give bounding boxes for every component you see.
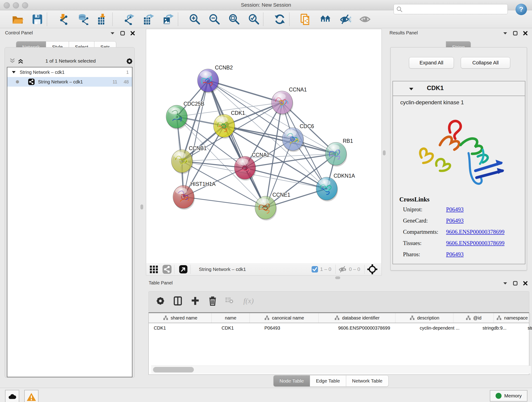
control-panel: Control Panel NetworkStyleSelectSets 1 o… xyxy=(2,29,137,378)
column-header-description[interactable]: description xyxy=(395,313,453,323)
search-input[interactable] xyxy=(404,5,506,13)
column-header--id[interactable]: @id xyxy=(453,313,494,323)
node-table[interactable]: shared name name canonical name database… xyxy=(148,313,529,375)
entry-expander-icon[interactable] xyxy=(409,86,414,92)
trash-icon[interactable] xyxy=(207,296,219,307)
crosslink-row: Uniprot: P06493 xyxy=(403,206,522,213)
crosslink-link[interactable]: P06493 xyxy=(446,251,463,258)
zoom-out-icon[interactable] xyxy=(209,13,220,25)
hidden-eye-slash-icon[interactable] xyxy=(338,265,347,274)
node-details-scroll-area[interactable]: CDK1 cyclin-dependent kinase 1 xyxy=(393,81,525,264)
export-image-icon[interactable] xyxy=(163,13,174,25)
application-window: Session: New Session xyxy=(0,0,532,402)
crosslink-link[interactable]: 9606.ENSP00000378699 xyxy=(446,240,505,246)
protein-node-CDK1: CDK1 xyxy=(214,110,245,139)
collapse-panel-icon[interactable] xyxy=(110,31,115,36)
collapse-panel-icon[interactable] xyxy=(503,31,508,36)
import-database-icon[interactable] xyxy=(77,13,89,25)
network-view-toolbar: String Network – cdk1 1 – 0 0 – 0 xyxy=(146,263,382,275)
documents-share-icon[interactable] xyxy=(300,13,312,25)
zoom-selected-icon[interactable] xyxy=(248,13,259,25)
network-canvas[interactable]: CCNB2 CCNA1 CDC25B CDK1 CDC6 xyxy=(146,29,382,264)
tree-expander-icon[interactable] xyxy=(12,70,16,75)
table-cell[interactable]: stringdb xyxy=(523,323,532,333)
memory-status-dot xyxy=(496,393,501,399)
close-panel-icon[interactable] xyxy=(130,31,135,36)
plus-icon[interactable] xyxy=(190,296,202,307)
network-edges xyxy=(177,80,336,208)
shared-column-icon xyxy=(264,315,270,321)
crosslink-link[interactable]: 9606.ENSP00000378699 xyxy=(446,229,505,235)
houses-icon[interactable] xyxy=(320,13,331,25)
export-table-icon[interactable] xyxy=(143,13,154,25)
float-panel-icon[interactable] xyxy=(513,281,518,286)
search-field[interactable] xyxy=(394,4,508,14)
tab-node-table[interactable]: Node Table xyxy=(273,375,310,387)
table-cell[interactable]: cyclin-dependent ... xyxy=(415,323,477,333)
network-share-icon[interactable] xyxy=(162,264,172,274)
fit-selection-crosshair-icon[interactable] xyxy=(367,264,378,275)
string-results-container: Expand All Collapse All CDK1 cyclin-depe… xyxy=(390,47,527,270)
collapse-all-button[interactable]: Collapse All xyxy=(461,57,510,69)
collapse-panel-icon[interactable] xyxy=(503,281,508,286)
network-collection-row[interactable]: String Network – cdk1 1 xyxy=(7,67,132,77)
table-cell[interactable]: P06493 xyxy=(259,323,333,333)
network-node-count: 11 xyxy=(113,79,117,85)
table-horizontal-scrollbar[interactable] xyxy=(151,366,531,374)
column-header-name[interactable]: name xyxy=(212,313,250,323)
zoom-in-icon[interactable] xyxy=(189,13,200,25)
gear-icon[interactable] xyxy=(155,296,167,307)
table-cell[interactable]: CDK1 xyxy=(216,323,259,333)
crosslink-link[interactable]: P06493 xyxy=(446,217,463,224)
network-row-selected[interactable]: String Network – cdk1 11 48 xyxy=(7,77,132,87)
crosslink-label: Pharos: xyxy=(403,251,446,258)
tab-edge-table[interactable]: Edge Table xyxy=(310,375,346,387)
close-panel-icon[interactable] xyxy=(523,281,528,286)
selected-node-edge-count: 1 – 0 xyxy=(320,266,331,272)
svg-text:CDC25B: CDC25B xyxy=(184,101,204,107)
string-network-graph[interactable]: CCNB2 CCNA1 CDC25B CDK1 CDC6 xyxy=(146,29,381,263)
table-cell[interactable]: 9606.ENSP00000378699 xyxy=(333,323,415,333)
svg-text:CCNA1: CCNA1 xyxy=(289,87,307,93)
cloud-status-button[interactable] xyxy=(5,390,19,402)
columns-icon[interactable] xyxy=(172,296,184,307)
network-options-gear-icon[interactable] xyxy=(126,57,133,65)
entry-description: cyclin-dependent kinase 1 xyxy=(400,99,464,106)
eye-gray-icon[interactable] xyxy=(359,13,371,25)
current-network-bullet-icon xyxy=(16,80,19,84)
column-header-shared-name[interactable]: shared name xyxy=(149,313,212,323)
table-row[interactable]: CDK1CDK1P064939606.ENSP00000378699cyclin… xyxy=(149,323,529,333)
node-entry-header[interactable]: CDK1 xyxy=(393,81,525,96)
network-collection-label: String Network – cdk1 xyxy=(20,70,65,75)
export-network-icon[interactable] xyxy=(123,13,135,25)
left-splitter-handle[interactable] xyxy=(140,204,143,210)
scrollbar-thumb[interactable] xyxy=(153,367,194,372)
refresh-icon[interactable] xyxy=(274,13,285,25)
column-header-database-identifier[interactable]: database identifier xyxy=(319,313,395,323)
float-panel-icon[interactable] xyxy=(120,31,125,36)
column-header-canonical-name[interactable]: canonical name xyxy=(250,313,319,323)
expand-all-button[interactable]: Expand All xyxy=(409,57,454,69)
status-bar: Memory xyxy=(0,388,532,402)
tab-network-table[interactable]: Network Table xyxy=(346,375,389,387)
import-table-icon[interactable] xyxy=(97,13,109,25)
crosslink-link[interactable]: P06493 xyxy=(446,206,463,213)
column-header-namespace[interactable]: namespace xyxy=(494,313,531,323)
memory-button[interactable]: Memory xyxy=(490,390,527,402)
save-session-icon[interactable] xyxy=(32,13,43,25)
zoom-fit-icon[interactable] xyxy=(228,13,240,25)
results-panel: Results Panel String Expand All Collapse… xyxy=(387,29,531,271)
warning-status-button[interactable] xyxy=(24,390,38,402)
close-panel-icon[interactable] xyxy=(523,31,528,36)
birdseye-grid-icon[interactable] xyxy=(149,264,159,274)
table-cell[interactable]: CDK1 xyxy=(149,323,216,333)
open-in-new-window-icon[interactable] xyxy=(178,264,188,274)
open-session-icon[interactable] xyxy=(12,13,23,25)
right-splitter-handle[interactable] xyxy=(383,150,386,155)
float-panel-icon[interactable] xyxy=(513,31,518,36)
help-button[interactable]: ? xyxy=(515,4,527,15)
import-network-icon[interactable] xyxy=(58,13,69,25)
eye-crossed-icon[interactable] xyxy=(340,13,351,25)
selected-checkbox-icon[interactable] xyxy=(311,266,318,273)
table-cell[interactable]: stringdb:9... xyxy=(477,323,523,333)
